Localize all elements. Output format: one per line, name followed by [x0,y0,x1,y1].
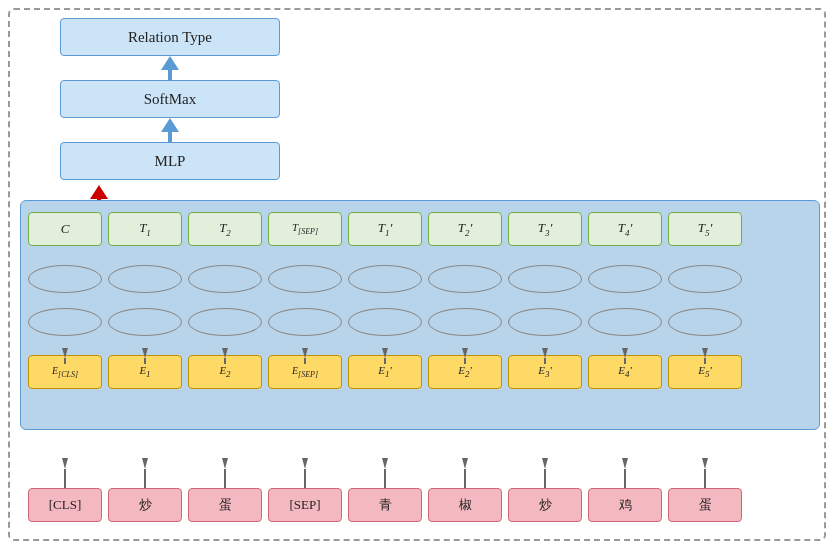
relation-type-label: Relation Type [128,29,212,46]
embed-CLS: E[CLS] [28,355,102,389]
ellipse-2-7 [508,308,582,336]
word-5-label: 炒 [539,496,552,514]
ellipse-2-4 [268,308,342,336]
mlp-box: MLP [60,142,280,180]
word-SEP: [SEP] [268,488,342,522]
token-T4prime: T4′ [588,212,662,246]
embed-E2: E2 [188,355,262,389]
word-4: 椒 [428,488,502,522]
ellipse-1-1 [28,265,102,293]
token-C: C [28,212,102,246]
token-T2: T2 [188,212,262,246]
word-2-label: 蛋 [219,496,232,514]
ellipse-2-2 [108,308,182,336]
ellipse-1-2 [108,265,182,293]
ellipse-1-7 [508,265,582,293]
ellipse-1-6 [428,265,502,293]
word-cls-label: [CLS] [49,497,82,513]
word-7: 蛋 [668,488,742,522]
ellipse-2-9 [668,308,742,336]
softmax-label: SoftMax [144,91,197,108]
token-row: C T1 T2 T[SEP] T1′ T2′ T3′ T4′ T5′ [28,212,742,246]
ellipse-1-3 [188,265,262,293]
arrowhead-up-2 [161,118,179,132]
token-T2prime: T2′ [428,212,502,246]
top-boxes-container: Relation Type SoftMax MLP [60,18,280,180]
softmax-box: SoftMax [60,80,280,118]
word-6-label: 鸡 [619,496,632,514]
stem-2 [168,132,172,142]
word-4-label: 椒 [459,496,472,514]
ellipse-1-4 [268,265,342,293]
arrowhead-up-1 [161,56,179,70]
ellipse-1-8 [588,265,662,293]
token-TSEP: T[SEP] [268,212,342,246]
connector-softmax-to-relation [161,56,179,80]
ellipse-2-3 [188,308,262,336]
ellipse-2-5 [348,308,422,336]
relation-type-box: Relation Type [60,18,280,56]
token-T3prime: T3′ [508,212,582,246]
ellipse-1-9 [668,265,742,293]
word-CLS: [CLS] [28,488,102,522]
embed-E3prime: E3′ [508,355,582,389]
token-T1prime: T1′ [348,212,422,246]
word-row: [CLS] 炒 蛋 [SEP] 青 椒 炒 鸡 蛋 [28,488,742,522]
word-2: 蛋 [188,488,262,522]
stem-1 [168,70,172,80]
token-T5prime: T5′ [668,212,742,246]
ellipse-2-8 [588,308,662,336]
word-3: 青 [348,488,422,522]
word-sep-label: [SEP] [289,497,320,513]
embed-row: E[CLS] E1 E2 E[SEP] E1′ E2′ E3′ E4′ E5′ [28,355,742,389]
token-T1: T1 [108,212,182,246]
embed-E4prime: E4′ [588,355,662,389]
ellipses-row-1 [28,265,742,293]
connector-mlp-to-softmax [161,118,179,142]
word-1-label: 炒 [139,496,152,514]
embed-SEP: E[SEP] [268,355,342,389]
mlp-label: MLP [155,153,186,170]
word-5: 炒 [508,488,582,522]
red-arrowhead [90,185,108,199]
ellipse-1-5 [348,265,422,293]
ellipse-2-1 [28,308,102,336]
word-7-label: 蛋 [699,496,712,514]
ellipse-2-6 [428,308,502,336]
word-1: 炒 [108,488,182,522]
word-6: 鸡 [588,488,662,522]
embed-E2prime: E2′ [428,355,502,389]
word-3-label: 青 [379,496,392,514]
embed-E5prime: E5′ [668,355,742,389]
embed-E1prime: E1′ [348,355,422,389]
ellipses-row-2 [28,308,742,336]
embed-E1: E1 [108,355,182,389]
